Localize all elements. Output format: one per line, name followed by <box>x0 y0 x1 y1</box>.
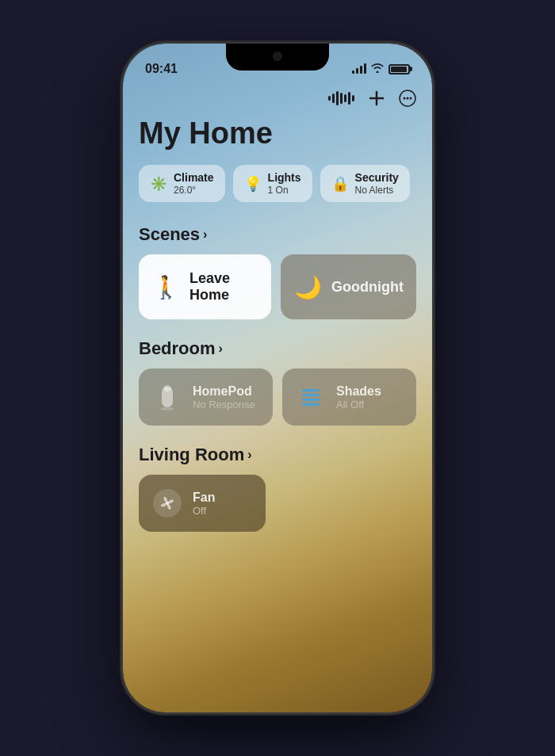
security-pill[interactable]: 🔒 Security No Alerts <box>320 165 410 202</box>
goodnight-icon: 🌙 <box>293 274 322 300</box>
status-icons <box>352 63 410 75</box>
climate-icon: ✳️ <box>150 175 167 193</box>
bedroom-header[interactable]: Bedroom › <box>139 338 416 359</box>
living-room-devices: Fan Off <box>139 475 416 532</box>
shades-icon <box>295 381 327 413</box>
scenes-header[interactable]: Scenes › <box>139 224 416 245</box>
more-button[interactable] <box>399 90 416 107</box>
living-room-header[interactable]: Living Room › <box>139 445 416 465</box>
goodnight-card[interactable]: 🌙 Goodnight <box>281 254 416 319</box>
shades-status: All Off <box>336 399 381 410</box>
svg-point-6 <box>161 407 174 410</box>
homepod-name: HomePod <box>193 384 255 399</box>
status-time: 09:41 <box>145 62 178 76</box>
climate-label: Climate <box>174 171 214 185</box>
lights-pill[interactable]: 💡 Lights 1 On <box>233 165 312 202</box>
fan-icon <box>151 487 183 519</box>
toolbar <box>139 83 416 116</box>
leave-home-icon: 🚶 <box>151 274 180 300</box>
wifi-icon <box>371 63 384 75</box>
phone-screen: 09:41 <box>123 44 432 712</box>
svg-point-3 <box>404 97 406 100</box>
lights-sub: 1 On <box>268 185 301 196</box>
homepod-card[interactable]: HomePod No Response <box>139 368 273 426</box>
bedroom-title: Bedroom <box>139 338 216 359</box>
homepod-icon <box>151 381 183 413</box>
main-content: My Home ✳️ Climate 26.0° 💡 Lights 1 On <box>123 83 432 712</box>
leave-home-card[interactable]: 🚶 Leave Home <box>139 254 271 319</box>
scenes-chevron: › <box>203 227 207 242</box>
svg-point-5 <box>410 97 412 100</box>
lights-label: Lights <box>268 171 301 185</box>
svg-rect-8 <box>163 385 171 391</box>
waveform-icon <box>328 90 354 106</box>
fan-name: Fan <box>193 491 215 505</box>
leave-home-label: Leave Home <box>189 270 258 304</box>
security-icon: 🔒 <box>331 175 349 193</box>
fan-status: Off <box>193 505 215 517</box>
homepod-status: No Response <box>193 399 255 410</box>
security-label: Security <box>355 171 399 185</box>
signal-icon <box>352 64 366 74</box>
living-room-chevron: › <box>247 448 251 462</box>
phone-frame: 09:41 <box>123 44 432 712</box>
living-room-section: Living Room › <box>139 445 416 532</box>
security-sub: No Alerts <box>355 185 399 196</box>
scenes-row: 🚶 Leave Home 🌙 Goodnight <box>139 254 416 319</box>
shades-name: Shades <box>336 384 381 399</box>
shades-card[interactable]: Shades All Off <box>282 368 416 426</box>
lights-icon: 💡 <box>244 175 262 193</box>
svg-point-4 <box>407 97 409 100</box>
scenes-title: Scenes <box>139 224 200 245</box>
bedroom-chevron: › <box>219 342 223 356</box>
page-title: My Home <box>139 116 416 151</box>
bedroom-devices-row: HomePod No Response <box>139 368 416 426</box>
notch <box>226 44 329 71</box>
fan-card[interactable]: Fan Off <box>139 475 266 532</box>
waveform-button[interactable] <box>328 90 354 106</box>
battery-icon <box>388 64 410 74</box>
climate-pill[interactable]: ✳️ Climate 26.0° <box>139 165 225 202</box>
category-row: ✳️ Climate 26.0° 💡 Lights 1 On 🔒 <box>139 165 416 202</box>
climate-sub: 26.0° <box>174 185 214 196</box>
goodnight-label: Goodnight <box>331 279 404 296</box>
camera <box>273 52 282 61</box>
living-room-title: Living Room <box>139 445 244 465</box>
add-button[interactable] <box>369 90 385 106</box>
svg-point-9 <box>166 502 170 506</box>
